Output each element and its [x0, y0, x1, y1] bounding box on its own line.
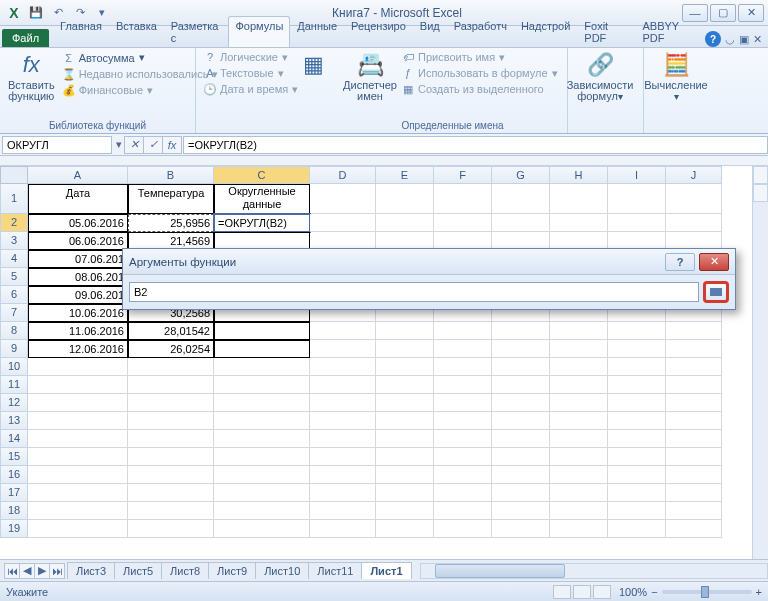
- zoom-in-button[interactable]: +: [756, 586, 762, 598]
- ribbon-tab-4[interactable]: Данные: [290, 16, 344, 47]
- horizontal-scrollbar[interactable]: [420, 563, 768, 579]
- row-header-18[interactable]: 18: [0, 502, 28, 520]
- cell-F11[interactable]: [434, 376, 492, 394]
- cell-B13[interactable]: [128, 412, 214, 430]
- cell-C10[interactable]: [214, 358, 310, 376]
- cell-E15[interactable]: [376, 448, 434, 466]
- cell-D10[interactable]: [310, 358, 376, 376]
- row-header-3[interactable]: 3: [0, 232, 28, 250]
- column-header-E[interactable]: E: [376, 166, 434, 184]
- cell-B14[interactable]: [128, 430, 214, 448]
- vertical-scrollbar[interactable]: [752, 166, 768, 559]
- cell-C16[interactable]: [214, 466, 310, 484]
- cell-J19[interactable]: [666, 520, 722, 538]
- cell-H2[interactable]: [550, 214, 608, 232]
- cell-G18[interactable]: [492, 502, 550, 520]
- cell-H16[interactable]: [550, 466, 608, 484]
- cell-I2[interactable]: [608, 214, 666, 232]
- cell-C15[interactable]: [214, 448, 310, 466]
- row-header-8[interactable]: 8: [0, 322, 28, 340]
- doc-restore-icon[interactable]: ▣: [739, 33, 749, 46]
- cell-A17[interactable]: [28, 484, 128, 502]
- column-header-G[interactable]: G: [492, 166, 550, 184]
- cell-D17[interactable]: [310, 484, 376, 502]
- column-header-J[interactable]: J: [666, 166, 722, 184]
- logical-button[interactable]: ?Логические▾: [202, 50, 300, 64]
- cell-G1[interactable]: [492, 184, 550, 214]
- cell-A9[interactable]: 12.06.2016: [28, 340, 128, 358]
- cell-E18[interactable]: [376, 502, 434, 520]
- cell-F19[interactable]: [434, 520, 492, 538]
- ribbon-tab-10[interactable]: ABBYY PDF: [635, 16, 705, 47]
- column-header-D[interactable]: D: [310, 166, 376, 184]
- cell-C12[interactable]: [214, 394, 310, 412]
- cell-F9[interactable]: [434, 340, 492, 358]
- cell-E14[interactable]: [376, 430, 434, 448]
- cell-H8[interactable]: [550, 322, 608, 340]
- cell-D19[interactable]: [310, 520, 376, 538]
- cell-A12[interactable]: [28, 394, 128, 412]
- use-in-formula-button[interactable]: ƒИспользовать в формуле▾: [400, 66, 560, 80]
- sheet-tab-Лист8[interactable]: Лист8: [161, 562, 209, 579]
- cell-A13[interactable]: [28, 412, 128, 430]
- column-header-A[interactable]: A: [28, 166, 128, 184]
- row-header-1[interactable]: 1: [0, 184, 28, 214]
- cell-C1[interactable]: Округленныеданные: [214, 184, 310, 214]
- cell-G10[interactable]: [492, 358, 550, 376]
- row-header-13[interactable]: 13: [0, 412, 28, 430]
- cell-F16[interactable]: [434, 466, 492, 484]
- row-header-7[interactable]: 7: [0, 304, 28, 322]
- cell-H17[interactable]: [550, 484, 608, 502]
- cell-E2[interactable]: [376, 214, 434, 232]
- datetime-button[interactable]: 🕒Дата и время▾: [202, 82, 300, 96]
- cell-I14[interactable]: [608, 430, 666, 448]
- cell-E12[interactable]: [376, 394, 434, 412]
- cell-B18[interactable]: [128, 502, 214, 520]
- cell-D8[interactable]: [310, 322, 376, 340]
- insert-function-button[interactable]: fx Вставитьфункцию: [6, 50, 57, 104]
- cell-G13[interactable]: [492, 412, 550, 430]
- cell-F1[interactable]: [434, 184, 492, 214]
- row-header-6[interactable]: 6: [0, 286, 28, 304]
- cell-H18[interactable]: [550, 502, 608, 520]
- ribbon-tab-6[interactable]: Вид: [413, 16, 447, 47]
- collapse-dialog-button[interactable]: [703, 281, 729, 303]
- cell-E9[interactable]: [376, 340, 434, 358]
- cell-C11[interactable]: [214, 376, 310, 394]
- cell-A11[interactable]: [28, 376, 128, 394]
- column-header-I[interactable]: I: [608, 166, 666, 184]
- zoom-slider[interactable]: [662, 590, 752, 594]
- formula-bar[interactable]: =ОКРУГЛ(B2): [183, 136, 768, 154]
- row-header-19[interactable]: 19: [0, 520, 28, 538]
- cell-G17[interactable]: [492, 484, 550, 502]
- cell-B11[interactable]: [128, 376, 214, 394]
- zoom-level[interactable]: 100%: [619, 586, 647, 598]
- name-box[interactable]: [2, 136, 112, 154]
- cell-I17[interactable]: [608, 484, 666, 502]
- cell-H13[interactable]: [550, 412, 608, 430]
- cell-D2[interactable]: [310, 214, 376, 232]
- cell-D11[interactable]: [310, 376, 376, 394]
- cell-I8[interactable]: [608, 322, 666, 340]
- maximize-button[interactable]: ▢: [710, 4, 736, 22]
- formula-auditing-button[interactable]: 🔗 Зависимостиформул▾: [574, 50, 626, 104]
- cell-C18[interactable]: [214, 502, 310, 520]
- cell-J1[interactable]: [666, 184, 722, 214]
- sheet-tab-Лист10[interactable]: Лист10: [255, 562, 309, 579]
- row-header-9[interactable]: 9: [0, 340, 28, 358]
- column-header-H[interactable]: H: [550, 166, 608, 184]
- close-button[interactable]: ✕: [738, 4, 764, 22]
- define-name-button[interactable]: 🏷Присвоить имя▾: [400, 50, 560, 64]
- cell-F12[interactable]: [434, 394, 492, 412]
- cell-H12[interactable]: [550, 394, 608, 412]
- row-header-17[interactable]: 17: [0, 484, 28, 502]
- sheet-tab-Лист1[interactable]: Лист1: [361, 562, 411, 579]
- cell-A1[interactable]: Дата: [28, 184, 128, 214]
- cell-H11[interactable]: [550, 376, 608, 394]
- cell-D13[interactable]: [310, 412, 376, 430]
- cell-G19[interactable]: [492, 520, 550, 538]
- cell-B2[interactable]: 25,6956: [128, 214, 214, 232]
- calculation-button[interactable]: 🧮 Вычисление▾: [650, 50, 702, 104]
- text-button[interactable]: AТекстовые▾: [202, 66, 300, 80]
- cell-D15[interactable]: [310, 448, 376, 466]
